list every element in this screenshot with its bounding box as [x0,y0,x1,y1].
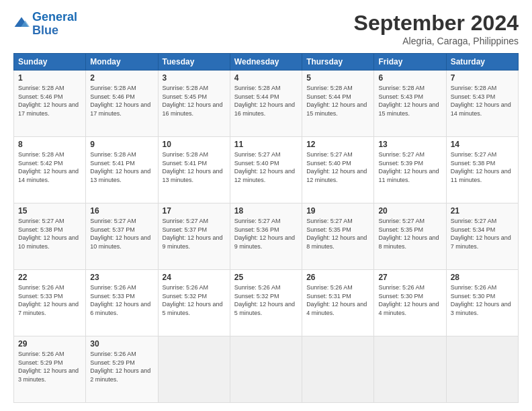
day-info: Sunrise: 5:27 AMSunset: 5:36 PMDaylight:… [234,217,298,250]
day-info: Sunrise: 5:28 AMSunset: 5:42 PMDaylight:… [18,150,81,184]
calendar-header: Sunday Monday Tuesday Wednesday Thursday… [14,54,519,71]
table-row [230,336,302,403]
day-number: 14 [451,140,514,149]
day-info: Sunrise: 5:27 AMSunset: 5:40 PMDaylight:… [234,150,298,184]
table-row [302,336,374,403]
table-row: 28Sunrise: 5:26 AMSunset: 5:30 PMDayligh… [446,270,518,336]
day-number: 1 [18,73,81,83]
table-row: 30Sunrise: 5:26 AMSunset: 5:29 PMDayligh… [86,336,158,403]
table-row: 8Sunrise: 5:28 AMSunset: 5:42 PMDaylight… [14,137,86,203]
day-number: 18 [234,206,298,216]
day-number: 5 [306,73,369,83]
day-number: 30 [90,339,153,349]
day-info: Sunrise: 5:27 AMSunset: 5:35 PMDaylight:… [306,217,369,250]
day-info: Sunrise: 5:28 AMSunset: 5:41 PMDaylight:… [90,150,153,184]
table-row: 1Sunrise: 5:28 AMSunset: 5:46 PMDaylight… [14,71,86,137]
header-wednesday: Wednesday [230,54,302,71]
table-row: 10Sunrise: 5:28 AMSunset: 5:41 PMDayligh… [158,137,230,203]
month-title: September 2024 [354,11,519,36]
header: General Blue September 2024 Alegria, Car… [13,11,519,46]
header-sunday: Sunday [14,54,86,71]
table-row: 16Sunrise: 5:27 AMSunset: 5:37 PMDayligh… [86,203,158,270]
day-number: 28 [451,273,514,282]
table-row: 6Sunrise: 5:28 AMSunset: 5:43 PMDaylight… [374,71,446,137]
page: General Blue September 2024 Alegria, Car… [0,0,532,411]
title-section: September 2024 Alegria, Caraga, Philippi… [354,11,519,46]
table-row: 7Sunrise: 5:28 AMSunset: 5:43 PMDaylight… [446,71,518,137]
day-number: 27 [378,273,441,282]
table-row [158,336,230,403]
subtitle: Alegria, Caraga, Philippines [354,36,519,46]
table-row: 5Sunrise: 5:28 AMSunset: 5:44 PMDaylight… [302,71,374,137]
table-row: 3Sunrise: 5:28 AMSunset: 5:45 PMDaylight… [158,71,230,137]
day-number: 22 [18,273,81,282]
calendar-body: 1Sunrise: 5:28 AMSunset: 5:46 PMDaylight… [14,71,519,403]
table-row: 4Sunrise: 5:28 AMSunset: 5:44 PMDaylight… [230,71,302,137]
day-info: Sunrise: 5:27 AMSunset: 5:38 PMDaylight:… [18,217,81,250]
table-row: 12Sunrise: 5:27 AMSunset: 5:40 PMDayligh… [302,137,374,203]
table-row: 19Sunrise: 5:27 AMSunset: 5:35 PMDayligh… [302,203,374,270]
day-info: Sunrise: 5:27 AMSunset: 5:37 PMDaylight:… [163,217,226,250]
table-row: 14Sunrise: 5:27 AMSunset: 5:38 PMDayligh… [446,137,518,203]
header-monday: Monday [86,54,158,71]
logo-text: General Blue [32,11,77,38]
day-info: Sunrise: 5:28 AMSunset: 5:44 PMDaylight:… [306,84,369,118]
day-info: Sunrise: 5:28 AMSunset: 5:41 PMDaylight:… [163,150,226,184]
day-number: 15 [18,206,81,216]
day-number: 21 [451,206,514,216]
header-thursday: Thursday [302,54,374,71]
day-info: Sunrise: 5:26 AMSunset: 5:29 PMDaylight:… [18,350,81,383]
day-info: Sunrise: 5:26 AMSunset: 5:33 PMDaylight:… [18,283,81,317]
day-number: 25 [234,273,298,282]
day-number: 11 [234,140,298,149]
day-info: Sunrise: 5:28 AMSunset: 5:46 PMDaylight:… [90,84,153,118]
day-info: Sunrise: 5:26 AMSunset: 5:30 PMDaylight:… [451,283,514,317]
header-friday: Friday [374,54,446,71]
day-info: Sunrise: 5:27 AMSunset: 5:39 PMDaylight:… [378,150,441,184]
day-number: 12 [306,140,369,149]
day-number: 23 [90,273,153,282]
day-number: 6 [378,73,441,83]
day-number: 16 [90,206,153,216]
calendar: Sunday Monday Tuesday Wednesday Thursday… [13,53,519,403]
header-tuesday: Tuesday [158,54,230,71]
day-info: Sunrise: 5:27 AMSunset: 5:40 PMDaylight:… [306,150,369,184]
table-row: 29Sunrise: 5:26 AMSunset: 5:29 PMDayligh… [14,336,86,403]
day-info: Sunrise: 5:26 AMSunset: 5:32 PMDaylight:… [234,283,298,317]
table-row: 15Sunrise: 5:27 AMSunset: 5:38 PMDayligh… [14,203,86,270]
day-info: Sunrise: 5:28 AMSunset: 5:43 PMDaylight:… [451,84,514,118]
table-row: 18Sunrise: 5:27 AMSunset: 5:36 PMDayligh… [230,203,302,270]
table-row [446,336,518,403]
table-row: 20Sunrise: 5:27 AMSunset: 5:35 PMDayligh… [374,203,446,270]
day-number: 13 [378,140,441,149]
table-row: 23Sunrise: 5:26 AMSunset: 5:33 PMDayligh… [86,270,158,336]
calendar-table: Sunday Monday Tuesday Wednesday Thursday… [13,53,519,403]
day-info: Sunrise: 5:28 AMSunset: 5:45 PMDaylight:… [163,84,226,118]
day-number: 24 [163,273,226,282]
day-info: Sunrise: 5:27 AMSunset: 5:34 PMDaylight:… [451,217,514,250]
day-info: Sunrise: 5:28 AMSunset: 5:44 PMDaylight:… [234,84,298,118]
table-row: 21Sunrise: 5:27 AMSunset: 5:34 PMDayligh… [446,203,518,270]
table-row: 2Sunrise: 5:28 AMSunset: 5:46 PMDaylight… [86,71,158,137]
day-number: 26 [306,273,369,282]
table-row: 9Sunrise: 5:28 AMSunset: 5:41 PMDaylight… [86,137,158,203]
day-number: 29 [18,339,81,349]
table-row [374,336,446,403]
day-number: 19 [306,206,369,216]
day-number: 17 [163,206,226,216]
table-row: 25Sunrise: 5:26 AMSunset: 5:32 PMDayligh… [230,270,302,336]
day-info: Sunrise: 5:26 AMSunset: 5:31 PMDaylight:… [306,283,369,317]
day-info: Sunrise: 5:27 AMSunset: 5:38 PMDaylight:… [451,150,514,184]
day-info: Sunrise: 5:26 AMSunset: 5:32 PMDaylight:… [163,283,226,317]
table-row: 22Sunrise: 5:26 AMSunset: 5:33 PMDayligh… [14,270,86,336]
table-row: 13Sunrise: 5:27 AMSunset: 5:39 PMDayligh… [374,137,446,203]
day-number: 3 [163,73,226,83]
day-info: Sunrise: 5:28 AMSunset: 5:43 PMDaylight:… [378,84,441,118]
table-row: 17Sunrise: 5:27 AMSunset: 5:37 PMDayligh… [158,203,230,270]
day-number: 2 [90,73,153,83]
day-number: 8 [18,140,81,149]
day-info: Sunrise: 5:26 AMSunset: 5:29 PMDaylight:… [90,350,153,383]
table-row: 11Sunrise: 5:27 AMSunset: 5:40 PMDayligh… [230,137,302,203]
logo: General Blue [13,11,77,38]
day-info: Sunrise: 5:28 AMSunset: 5:46 PMDaylight:… [18,84,81,118]
